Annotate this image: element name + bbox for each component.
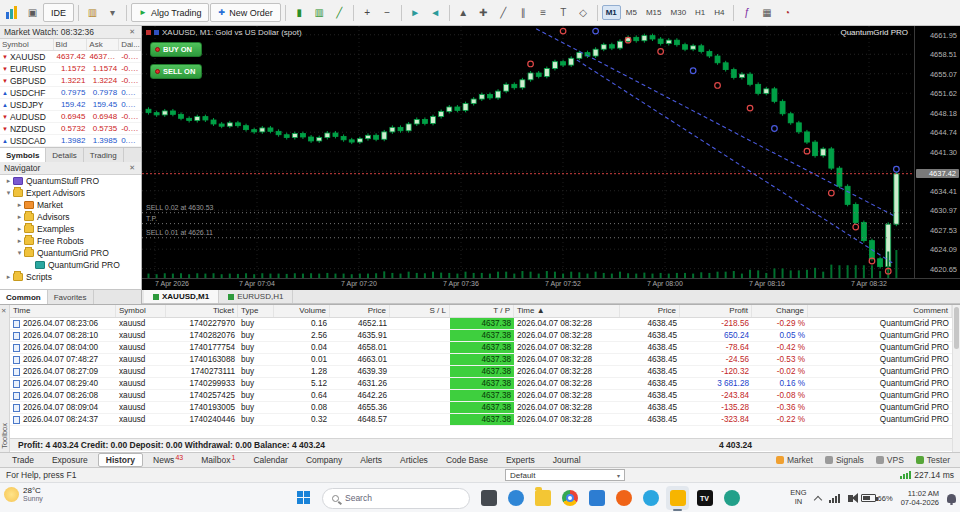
bars-chart-icon[interactable]: ▥ — [310, 3, 329, 22]
history-column-s-l[interactable]: S / L — [390, 305, 450, 317]
algo-trading-button[interactable]: ►Algo Trading — [131, 3, 209, 22]
tv-icon[interactable]: TV — [693, 486, 716, 510]
trendline-icon[interactable]: ╱ — [494, 3, 513, 22]
history-row[interactable]: 2026.04.07 07:48:27xauusd1740163088buy0.… — [10, 354, 952, 366]
chart-tab-eurusd-h1[interactable]: EURUSD,H1 — [219, 290, 293, 303]
explorer-icon[interactable] — [531, 486, 554, 510]
navigator-item-free-robots[interactable]: ▸Free Robots — [0, 235, 141, 247]
market-watch-column-dai[interactable]: Dai... — [119, 39, 141, 50]
market-watch-column-bid[interactable]: Bid — [54, 39, 88, 50]
history-row[interactable]: 2026.04.07 08:04:00xauusd1740177754buy0.… — [10, 342, 952, 354]
ide-button[interactable]: IDE — [43, 3, 74, 22]
toolbox-tab-mailbox[interactable]: Mailbox1 — [193, 453, 243, 467]
chart-shift-icon[interactable]: ◄ — [426, 3, 445, 22]
toolbox-tab-journal[interactable]: Journal — [545, 453, 589, 467]
market-watch-row-eurusd[interactable]: ▼EURUSD1.15721.1574-0.05% — [0, 63, 141, 75]
service-market[interactable]: Market — [776, 455, 813, 465]
taskbar-search[interactable]: Search — [322, 488, 470, 509]
timeframe-m5-button[interactable]: M5 — [622, 5, 641, 20]
timeframe-m1-button[interactable]: M1 — [602, 5, 621, 20]
history-column-symbol[interactable]: Symbol — [116, 305, 166, 317]
notifications-icon[interactable] — [947, 494, 956, 503]
market-watch-column-symbol[interactable]: Symbol — [0, 39, 54, 50]
toolbox-tab-experts[interactable]: Experts — [498, 453, 543, 467]
clock[interactable]: 11:02 AM 07-04-2026 — [901, 489, 939, 507]
history-column-ticket[interactable]: Ticket — [166, 305, 238, 317]
market-watch-tab-trading[interactable]: Trading — [84, 148, 124, 162]
navigator-item-scripts[interactable]: ▸Scripts — [0, 271, 141, 283]
market-watch-row-audusd[interactable]: ▼AUDUSD0.69450.6948-0.06% — [0, 111, 141, 123]
zoom-out-icon[interactable]: − — [378, 3, 397, 22]
timeframe-m30-button[interactable]: M30 — [667, 5, 691, 20]
market-watch-row-usdchf[interactable]: ▲USDCHF0.79750.79780.08% — [0, 87, 141, 99]
history-column-type[interactable]: Type — [238, 305, 274, 317]
toolbox-tab-calendar[interactable]: Calendar — [245, 453, 296, 467]
new-chart-icon[interactable]: ▥ — [83, 3, 102, 22]
history-scrollbar[interactable] — [952, 305, 960, 453]
history-column-price[interactable]: Price — [620, 305, 680, 317]
timeframe-h4-button[interactable]: H4 — [710, 5, 728, 20]
history-column-t-p[interactable]: T / P — [450, 305, 514, 317]
toolbox-tab-company[interactable]: Company — [298, 453, 350, 467]
new-order-button[interactable]: ✚New Order — [210, 3, 280, 22]
profiles-icon[interactable]: ▾ — [103, 3, 122, 22]
text-label-icon[interactable]: T — [554, 3, 573, 22]
language-indicator[interactable]: ENG IN — [790, 489, 806, 506]
history-row[interactable]: 2026.04.07 08:27:09xauusd1740273111buy1.… — [10, 366, 952, 378]
history-column-price[interactable]: Price — [330, 305, 390, 317]
alerts-icon[interactable]: ◔ — [778, 3, 797, 22]
autoscroll-icon[interactable]: ► — [406, 3, 425, 22]
indicators-icon[interactable]: ƒ — [738, 3, 757, 22]
toolbox-tab-trade[interactable]: Trade — [4, 453, 42, 467]
market-watch-row-gbpusd[interactable]: ▼GBPUSD1.32211.3224-0.05% — [0, 75, 141, 87]
tick-chart-icon[interactable]: ▮ — [290, 3, 309, 22]
channel-icon[interactable]: ∥ — [514, 3, 533, 22]
toolbox-tab-articles[interactable]: Articles — [392, 453, 436, 467]
history-row[interactable]: 2026.04.07 08:29:40xauusd1740299933buy5.… — [10, 378, 952, 390]
cursor-icon[interactable]: ▲ — [454, 3, 473, 22]
toolbox-tab-code-base[interactable]: Code Base — [438, 453, 496, 467]
history-column-volume[interactable]: Volume — [274, 305, 330, 317]
sell-on-button[interactable]: SELL ON — [150, 64, 202, 79]
firefox-icon[interactable] — [612, 486, 635, 510]
market-watch-row-usdcad[interactable]: ▲USDCAD1.39821.39850.06% — [0, 135, 141, 147]
history-row[interactable]: 2026.04.07 08:24:37xauusd1740240446buy0.… — [10, 414, 952, 426]
navigator-tab-favorites[interactable]: Favorites — [48, 290, 94, 304]
market-watch-row-usdjpy[interactable]: ▲USDJPY159.42159.450.13% — [0, 99, 141, 111]
service-vps[interactable]: VPS — [876, 455, 904, 465]
weather-widget[interactable]: 28°C Sunny — [4, 486, 43, 502]
service-signals[interactable]: Signals — [825, 455, 864, 465]
toolbox-tab-alerts[interactable]: Alerts — [352, 453, 390, 467]
navigator-item-examples[interactable]: ▸Examples — [0, 223, 141, 235]
fibonacci-icon[interactable]: ≡ — [534, 3, 553, 22]
timeframe-m15-button[interactable]: M15 — [642, 5, 666, 20]
toolbox-tab-history[interactable]: History — [98, 453, 143, 467]
shapes-icon[interactable]: ◇ — [574, 3, 593, 22]
camera-icon[interactable] — [720, 486, 743, 510]
profile-selector[interactable]: Default ▾ — [505, 469, 625, 481]
history-column-profit[interactable]: Profit — [680, 305, 752, 317]
telegram-icon[interactable] — [639, 486, 662, 510]
market-watch-column-ask[interactable]: Ask — [87, 39, 119, 50]
crosshair-icon[interactable]: ✚ — [474, 3, 493, 22]
navigator-item-quantumgrid-pro[interactable]: ▾QuantumGrid PRO — [0, 247, 141, 259]
candlestick-chart[interactable] — [142, 26, 914, 278]
hidden-icons-chevron-icon[interactable] — [813, 495, 821, 503]
scrollbar-thumb[interactable] — [954, 307, 959, 349]
buy-on-button[interactable]: BUY ON — [150, 42, 202, 57]
history-column-change[interactable]: Change — [752, 305, 808, 317]
timeframe-h1-button[interactable]: H1 — [691, 5, 709, 20]
history-row[interactable]: 2026.04.07 08:26:08xauusd1740257425buy0.… — [10, 390, 952, 402]
history-column-time[interactable]: Time — [10, 305, 116, 317]
line-chart-icon[interactable]: ╱ — [330, 3, 349, 22]
volume-icon[interactable] — [848, 495, 853, 502]
battery-indicator[interactable]: 66% — [861, 494, 893, 503]
start-button[interactable] — [292, 486, 315, 510]
close-icon[interactable]: ✕ — [127, 164, 137, 172]
history-column-comment[interactable]: Comment — [808, 305, 952, 317]
navigator-item-quantumstuff-pro[interactable]: ▸QuantumStuff PRO — [0, 175, 141, 187]
navigator-tab-common[interactable]: Common — [0, 290, 48, 304]
history-row[interactable]: 2026.04.07 08:23:06xauusd1740227970buy0.… — [10, 318, 952, 330]
time-axis[interactable]: 7 Apr 20267 Apr 07:047 Apr 07:207 Apr 07… — [142, 278, 960, 290]
chart-tab-xauusd-m1[interactable]: XAUUSD,M1 — [144, 290, 219, 303]
